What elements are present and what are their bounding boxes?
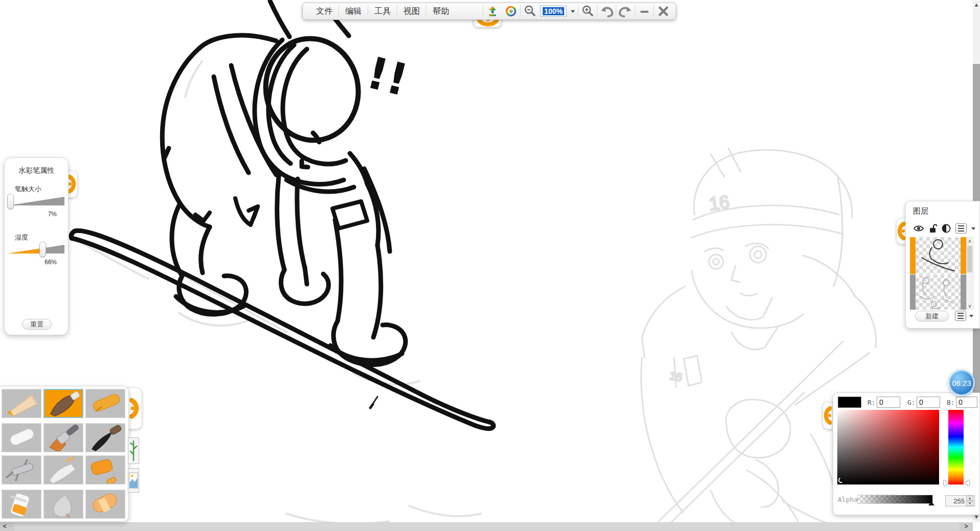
hue-marker-left[interactable] xyxy=(944,480,948,486)
canvas-horizontal-scrollbar[interactable]: < > xyxy=(0,522,973,531)
current-color-swatch[interactable] xyxy=(838,397,861,408)
brush-size-value: 7% xyxy=(48,211,57,218)
hue-marker-right[interactable] xyxy=(965,480,969,486)
hue-slider[interactable] xyxy=(948,410,964,484)
layer-bar xyxy=(910,274,916,310)
session-timer-badge[interactable]: 06:23 xyxy=(948,370,975,396)
tool-crayon[interactable] xyxy=(85,389,125,418)
brush-size-slider-thumb[interactable] xyxy=(7,194,14,209)
layer-item[interactable] xyxy=(910,274,966,310)
zoom-dropdown-icon[interactable] xyxy=(571,10,575,13)
tool-palette-panel xyxy=(0,386,129,522)
zoom-level-field[interactable]: 100% xyxy=(540,6,567,17)
reset-button[interactable]: 重置 xyxy=(22,319,52,330)
tool-paint-roller[interactable] xyxy=(85,455,125,484)
rainbow-globe-icon[interactable] xyxy=(502,4,520,19)
timer-value: 06:23 xyxy=(952,379,971,387)
alpha-increment-icon[interactable]: ▲ xyxy=(966,496,973,501)
saturation-value-picker[interactable] xyxy=(837,410,939,484)
layer-item-selected[interactable] xyxy=(910,237,966,274)
layer-scroll-up-icon[interactable]: ∧ xyxy=(967,238,973,244)
menu-edit[interactable]: 编辑 xyxy=(339,5,368,18)
layer-opacity-icon[interactable] xyxy=(942,224,951,233)
color-panel-collapse-handle[interactable] xyxy=(822,402,833,429)
blue-label: B: xyxy=(947,399,955,406)
horizontal-scroll-thumb[interactable] xyxy=(14,523,960,530)
undo-icon[interactable] xyxy=(597,4,616,19)
wetness-value: 66% xyxy=(44,259,57,266)
layer-options-button[interactable] xyxy=(955,311,966,321)
layer-bar xyxy=(961,274,966,310)
alpha-label: Alpha xyxy=(838,496,858,503)
color-picker-panel: R: G: B: Alpha 255 ▲ ▼ xyxy=(833,393,980,515)
brush-size-slider[interactable] xyxy=(8,197,64,205)
tool-flat-brush[interactable] xyxy=(43,423,83,452)
wetness-slider[interactable] xyxy=(8,245,64,253)
layer-list xyxy=(910,237,966,310)
scroll-right-icon[interactable]: > xyxy=(962,522,971,531)
menu-view[interactable]: 视图 xyxy=(397,5,426,18)
new-layer-button[interactable]: 新建 xyxy=(915,311,949,321)
layer-blend-menu-button[interactable] xyxy=(955,223,967,234)
wetness-slider-thumb[interactable] xyxy=(39,242,46,257)
menu-file[interactable]: 文件 xyxy=(310,5,339,18)
alpha-decrement-icon[interactable]: ▼ xyxy=(966,501,973,506)
plant-brush-preview-button[interactable] xyxy=(128,437,139,464)
palette-collapse-handle[interactable] xyxy=(127,387,142,429)
red-label: R: xyxy=(867,399,876,406)
tool-chalk[interactable] xyxy=(2,423,41,452)
tool-pencil[interactable] xyxy=(2,389,41,418)
minimize-icon[interactable] xyxy=(635,4,654,19)
tool-airbrush[interactable] xyxy=(2,455,41,484)
sleeve-number: 16 xyxy=(669,369,683,384)
sv-cursor xyxy=(837,476,844,483)
layers-panel: 图层 xyxy=(905,201,980,329)
layer-scroll-down-icon[interactable]: ∨ xyxy=(967,303,973,309)
tool-palette-knife[interactable] xyxy=(43,455,83,484)
redo-icon[interactable] xyxy=(616,4,635,19)
layer-visibility-icon[interactable] xyxy=(913,224,924,233)
snowboarder-ink-drawing xyxy=(71,1,494,429)
texture-preview-button[interactable] xyxy=(128,468,139,493)
tool-ink-brush[interactable] xyxy=(85,423,125,452)
tool-smudge-tool[interactable] xyxy=(43,490,83,519)
helmet-number: 16 xyxy=(707,191,730,215)
blue-input[interactable] xyxy=(956,397,977,408)
layer-menu-dropdown-icon[interactable] xyxy=(971,227,975,230)
exclamation-marks: !! xyxy=(362,47,413,106)
layer-list-scrollbar[interactable]: ∧ ∨ xyxy=(966,237,973,310)
alpha-value-spinner[interactable]: 255 ▲ ▼ xyxy=(945,495,975,506)
scroll-up-icon[interactable]: ▲ xyxy=(973,0,980,9)
alpha-value: 255 xyxy=(946,497,966,505)
brush-cursor-icon xyxy=(370,397,377,408)
brush-panel-title: 水彩笔属性 xyxy=(5,166,68,175)
zoom-out-icon[interactable] xyxy=(521,4,539,19)
brush-size-label: 笔触大小 xyxy=(15,184,41,194)
tool-watercolor-brush[interactable] xyxy=(43,389,83,418)
zoom-in-icon[interactable] xyxy=(578,4,597,19)
tool-paint-glass[interactable] xyxy=(2,490,41,519)
paint-app-window: 16 16 xyxy=(0,0,980,531)
layer-scroll-thumb[interactable] xyxy=(967,246,972,272)
main-toolbar: 文件 编辑 工具 视图 帮助 xyxy=(302,3,676,20)
alpha-marker[interactable] xyxy=(928,501,934,505)
scroll-left-icon[interactable]: < xyxy=(0,522,9,531)
close-icon[interactable] xyxy=(654,4,673,19)
red-input[interactable] xyxy=(877,397,900,408)
alpha-slider[interactable] xyxy=(857,495,933,504)
layer-selected-bar xyxy=(961,237,966,274)
menu-tools[interactable]: 工具 xyxy=(368,5,397,18)
layers-panel-title: 图层 xyxy=(913,206,928,216)
brush-properties-panel: 水彩笔属性 笔触大小 7% 湿度 66% 重置 xyxy=(4,157,69,335)
green-input[interactable] xyxy=(917,397,940,408)
layers-panel-collapse-handle[interactable] xyxy=(896,218,906,244)
layer-selected-bar xyxy=(910,237,916,274)
layer-options-dropdown-icon[interactable] xyxy=(969,315,973,317)
menu-help[interactable]: 帮助 xyxy=(427,5,455,18)
zoom-level-value: 100% xyxy=(543,7,564,15)
layer-thumbnail-snowboarder xyxy=(916,237,961,274)
layer-lock-icon[interactable] xyxy=(929,224,937,233)
wetness-label: 湿度 xyxy=(15,233,28,242)
rainbow-arrow-icon[interactable] xyxy=(483,4,502,19)
tool-eraser[interactable] xyxy=(85,490,125,519)
